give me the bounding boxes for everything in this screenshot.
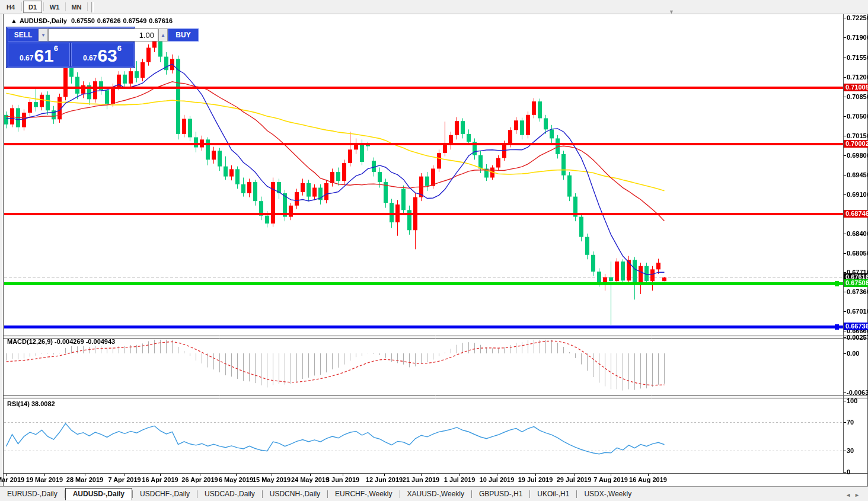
rsi-tick-label: 0 — [847, 468, 868, 476]
volume-decrease-button[interactable]: ▼ — [39, 28, 48, 42]
price-line-badge: 0.68746 — [844, 210, 868, 218]
timeframe-toolbar: H4D1W1MN — [0, 0, 868, 14]
ohlc-open: 0.67550 — [71, 17, 95, 24]
timeframe-button-h4[interactable]: H4 — [1, 1, 20, 13]
timeframe-button-d1[interactable]: D1 — [23, 1, 42, 13]
price-tick-label: 0.71900 — [847, 34, 868, 41]
price-line-badge: 0.70002 — [844, 140, 868, 148]
tab-scroll-arrows: ◄► — [845, 492, 863, 498]
price-tick-label: 0.71200 — [847, 74, 868, 81]
volume-increase-button[interactable]: ▲ — [158, 28, 168, 42]
macd-tick-label: 0.002574 — [847, 334, 868, 341]
toolbar-separator — [87, 2, 88, 11]
tab-scroll-left-icon[interactable]: ◄ — [845, 492, 854, 498]
sell-price-prefix: 0.67 — [20, 54, 33, 62]
buy-button[interactable]: BUY — [168, 28, 199, 42]
chart-ohlc-header: ▲AUDUSD-,Daily 0.675500.676260.675490.67… — [11, 17, 175, 24]
macd-indicator-label: MACD(12,26,9) -0.004269 -0.004943 — [7, 338, 115, 345]
price-tick-label: 0.71550 — [847, 54, 868, 61]
toolbar-separator — [21, 2, 22, 11]
chart-tab-usdcnh-daily[interactable]: USDCNH-,Daily — [263, 489, 327, 500]
price-tick-label: 0.69800 — [847, 152, 868, 159]
chart-tab-bar: EURUSD-,DailyAUDUSD-,DailyUSDCHF-,DailyU… — [0, 486, 868, 501]
price-tick-label: 0.67010 — [847, 308, 868, 315]
price-tick-label: 0.70850 — [847, 93, 868, 100]
chart-tab-xauusd-weekly[interactable]: XAUUSD-,Weekly — [400, 489, 471, 500]
ohlc-low: 0.67549 — [123, 17, 147, 24]
tab-scroll-right-icon[interactable]: ► — [854, 492, 863, 498]
chart-tab-usdx-weekly[interactable]: USDX-,Weekly — [577, 489, 639, 500]
sell-price-button[interactable]: 0.67 61 6 — [8, 43, 70, 66]
price-line-badge: 0.66736 — [844, 323, 868, 330]
price-tick-label: 0.70150 — [847, 132, 868, 139]
one-click-trade-panel: SELL ▼ ▲ BUY 0.67 61 6 0.67 63 6 — [6, 27, 135, 68]
sell-button[interactable]: SELL — [8, 28, 39, 42]
chart-tab-eurusd-daily[interactable]: EURUSD-,Daily — [0, 489, 65, 500]
buy-price-big: 63 — [97, 47, 117, 65]
chart-tab-audusd-daily[interactable]: AUDUSD-,Daily — [65, 488, 132, 500]
price-tick-label: 0.72250 — [847, 14, 868, 21]
chart-tab-usdchf-daily[interactable]: USDCHF-,Daily — [133, 489, 197, 500]
buy-price-button[interactable]: 0.67 63 6 — [71, 43, 133, 66]
macd-tick-label: 0.00 — [847, 350, 868, 357]
rsi-indicator-label: RSI(14) 38.0082 — [7, 400, 55, 407]
toolbar-separator — [65, 2, 66, 11]
chart-symbol-label: AUDUSD-,Daily — [20, 17, 67, 24]
collapse-panel-icon[interactable]: ▲ — [11, 17, 17, 24]
price-chart-canvas[interactable] — [0, 0, 868, 501]
sell-price-pip: 6 — [54, 44, 58, 53]
toolbar-separator — [43, 2, 44, 11]
ohlc-close: 0.67616 — [149, 17, 173, 24]
date-label: 3 Jun 2019 — [319, 476, 366, 483]
buy-price-prefix: 0.67 — [83, 54, 97, 62]
price-tick-label: 0.67360 — [847, 288, 868, 295]
price-tick-label: 0.69450 — [847, 171, 868, 178]
price-tick-label: 0.68050 — [847, 250, 868, 257]
buy-price-pip: 6 — [117, 44, 122, 53]
splitter-arrow-icon[interactable]: ▼ — [669, 9, 674, 15]
price-tick-label: 0.70500 — [847, 113, 868, 120]
rsi-tick-label: 100 — [847, 397, 868, 404]
chart-tab-gbpusd-h1[interactable]: GBPUSD-,H1 — [472, 489, 529, 500]
price-tick-label: 0.69100 — [847, 191, 868, 198]
ohlc-high: 0.67626 — [97, 17, 121, 24]
toolbar-groove — [91, 2, 94, 12]
chart-tab-usdcad-daily[interactable]: USDCAD-,Daily — [197, 489, 262, 500]
timeframe-button-w1[interactable]: W1 — [45, 1, 64, 13]
sell-price-big: 61 — [34, 47, 53, 65]
trading-platform-window: H4D1W1MN ▼ ▲AUDUSD-,Daily 0.675500.67626… — [0, 0, 868, 501]
chart-tab-ukoil-h1[interactable]: UKOil-,H1 — [530, 489, 576, 500]
price-line-badge: 0.71005 — [844, 84, 868, 91]
price-line-badge: 0.67508 — [844, 279, 868, 287]
timeframe-button-mn[interactable]: MN — [67, 1, 86, 13]
rsi-tick-label: 70 — [847, 419, 868, 426]
chart-tab-eurchf-weekly[interactable]: EURCHF-,Weekly — [328, 489, 399, 500]
rsi-tick-label: 30 — [847, 447, 868, 454]
volume-input[interactable] — [48, 28, 158, 42]
macd-tick-label: -0.006326 — [847, 389, 868, 396]
date-label: 16 Aug 2019 — [624, 476, 672, 483]
price-tick-label: 0.68400 — [847, 230, 868, 237]
